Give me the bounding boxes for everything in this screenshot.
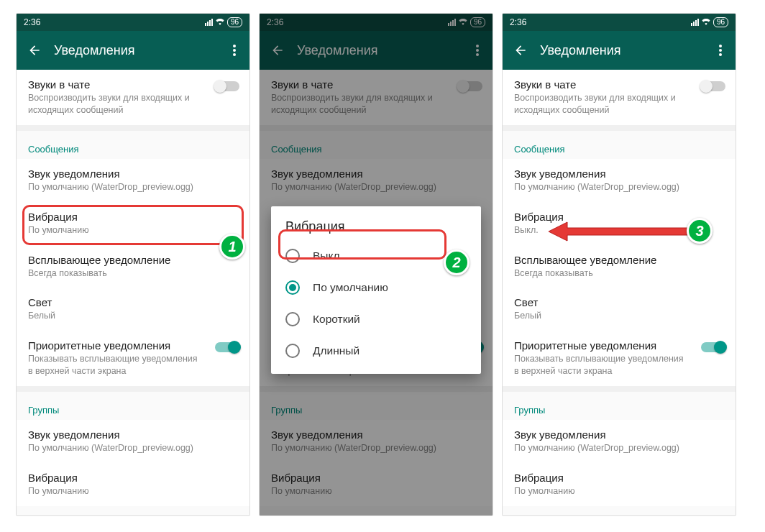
group-sound-row[interactable]: Звук уведомления По умолчанию (WaterDrop…: [17, 420, 249, 463]
clock: 2:36: [24, 17, 40, 27]
group-vibration-row[interactable]: Вибрация По умолчанию: [503, 463, 736, 506]
popup-row[interactable]: Всплывающее уведомление Всегда показыват…: [17, 245, 249, 288]
radio-icon: [285, 312, 300, 326]
arrow-step-3: [549, 221, 692, 242]
battery-icon: 96: [713, 17, 728, 27]
chat-sounds-label: Звуки в чате: [28, 78, 203, 91]
wifi-icon: [701, 17, 711, 27]
priority-row[interactable]: Приоритетные уведомления Показывать вспл…: [17, 331, 249, 386]
light-row[interactable]: Свет Белый: [17, 288, 249, 331]
dialog-option-short[interactable]: Короткий: [271, 303, 481, 335]
signal-icon: [691, 19, 699, 26]
group-vibration-row[interactable]: Вибрация По умолчанию: [17, 463, 249, 506]
step-badge-3: 3: [687, 218, 713, 244]
svg-point-6: [719, 45, 722, 47]
vibration-dialog: Вибрация Выкл. По умолчанию Короткий Дли…: [271, 206, 481, 374]
step-badge-2: 2: [444, 249, 469, 275]
dialog-option-long[interactable]: Длинный: [271, 335, 481, 367]
more-icon[interactable]: [224, 45, 245, 56]
page-title: Уведомления: [531, 43, 710, 58]
more-icon[interactable]: [710, 45, 731, 56]
page-title: Уведомления: [45, 43, 224, 58]
chat-sounds-row[interactable]: Звуки в чате Воспроизводить звуки для вх…: [17, 70, 249, 125]
phone-screen-1: 2:36 96 Уведомления Звуки в чате Воспрои…: [16, 13, 250, 516]
svg-point-8: [719, 53, 722, 56]
light-row[interactable]: Свет Белый: [503, 288, 736, 331]
dialog-option-default[interactable]: По умолчанию: [271, 272, 481, 303]
notification-sound-row[interactable]: Звук уведомления По умолчанию (WaterDrop…: [503, 159, 736, 202]
phone-screen-2: 2:36 96 Уведомления Звуки в чате Воспрои…: [259, 13, 493, 516]
chat-sounds-sub: Воспроизводить звуки для входящих и исхо…: [28, 92, 203, 116]
back-icon[interactable]: [510, 43, 531, 58]
settings-content: Звуки в чате Воспроизводить звуки для вх…: [17, 70, 249, 515]
status-icons: 96: [205, 17, 242, 27]
status-bar: 2:36 96: [503, 14, 736, 31]
svg-point-0: [233, 45, 236, 47]
settings-content: Звуки в чате Воспроизводить звуки для вх…: [503, 70, 736, 515]
svg-point-2: [233, 53, 236, 56]
signal-icon: [205, 19, 213, 26]
clock: 2:36: [510, 17, 526, 27]
svg-point-1: [233, 49, 236, 52]
svg-point-7: [719, 49, 722, 52]
priority-toggle[interactable]: [215, 342, 239, 352]
battery-icon: 96: [227, 17, 242, 27]
priority-row[interactable]: Приоритетные уведомления Показывать вспл…: [503, 331, 736, 386]
chat-sounds-row[interactable]: Звуки в чате Воспроизводить звуки для вх…: [503, 70, 736, 125]
section-messages: Сообщения: [17, 125, 249, 159]
chat-sounds-toggle[interactable]: [701, 81, 725, 91]
dialog-title: Вибрация: [271, 219, 481, 240]
section-groups: Группы: [503, 386, 736, 420]
status-icons: 96: [691, 17, 728, 27]
notification-sound-row[interactable]: Звук уведомления По умолчанию (WaterDrop…: [17, 159, 249, 202]
back-icon[interactable]: [24, 43, 45, 58]
wifi-icon: [215, 17, 225, 27]
popup-row[interactable]: Всплывающее уведомление Всегда показыват…: [503, 245, 736, 288]
radio-icon: [285, 280, 300, 295]
status-bar: 2:36 96: [17, 14, 249, 31]
app-bar: Уведомления: [503, 31, 736, 70]
group-sound-row[interactable]: Звук уведомления По умолчанию (WaterDrop…: [503, 420, 736, 463]
phone-screen-3: 2:36 96 Уведомления Звуки в чате Воспрои…: [502, 13, 736, 516]
svg-marker-9: [549, 222, 692, 241]
section-groups: Группы: [17, 386, 249, 420]
chat-sounds-toggle[interactable]: [215, 81, 239, 91]
priority-toggle[interactable]: [701, 342, 725, 352]
step-badge-1: 1: [219, 234, 245, 260]
radio-icon: [285, 344, 300, 358]
radio-icon: [285, 249, 300, 263]
section-messages: Сообщения: [503, 125, 736, 159]
app-bar: Уведомления: [17, 31, 249, 70]
vibration-row[interactable]: Вибрация По умолчанию: [17, 202, 249, 245]
